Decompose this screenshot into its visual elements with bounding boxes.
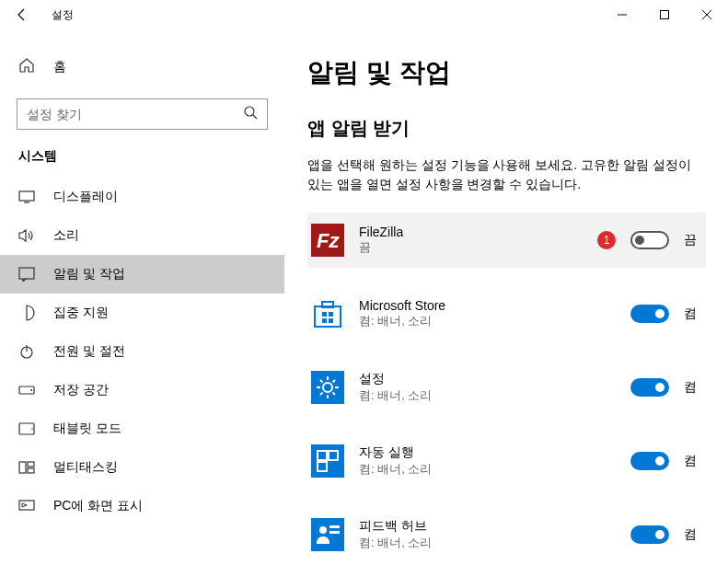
multitask-icon	[18, 459, 35, 476]
notification-icon	[18, 266, 35, 282]
app-name: 자동 실행	[359, 444, 616, 461]
nav-label: 집중 지원	[53, 305, 109, 321]
app-row-filezilla[interactable]: Fz FileZilla 끔 1 끔	[307, 213, 706, 268]
svg-point-12	[30, 389, 32, 391]
toggle-label: 끔	[684, 232, 702, 248]
svg-rect-27	[311, 371, 344, 404]
storage-icon	[18, 382, 35, 398]
titlebar: 설정	[0, 0, 728, 29]
display-icon	[18, 189, 35, 205]
svg-rect-15	[19, 462, 26, 473]
search-icon	[243, 105, 258, 123]
nav-label: 알림 및 작업	[53, 266, 125, 282]
svg-rect-1	[661, 11, 669, 19]
app-name: Microsoft Store	[359, 298, 616, 313]
sidebar-item-multitask[interactable]: 멀티태스킹	[0, 448, 284, 487]
search-box[interactable]	[17, 98, 268, 130]
maximize-button[interactable]	[643, 0, 686, 29]
svg-rect-22	[322, 302, 333, 307]
section-description: 앱을 선택해 원하는 설정 기능을 사용해 보세요. 고유한 알림 설정이 있는…	[307, 156, 706, 194]
toggle-settings[interactable]	[630, 378, 669, 397]
back-button[interactable]	[7, 0, 37, 29]
svg-rect-24	[329, 312, 333, 317]
app-icon-msstore	[311, 297, 344, 330]
sidebar-item-tablet[interactable]: 태블릿 모드	[0, 409, 284, 448]
svg-point-42	[319, 526, 327, 534]
app-sub: 켬: 배너, 소리	[359, 535, 616, 551]
sidebar-item-power[interactable]: 전원 및 절전	[0, 332, 284, 371]
home-icon	[18, 57, 35, 76]
app-row-feedback[interactable]: 피드백 허브 켬: 배너, 소리 켬	[307, 507, 706, 562]
window-controls	[601, 0, 728, 29]
app-name: 설정	[359, 371, 616, 387]
category-label: 시스템	[0, 148, 284, 178]
sidebar-item-project[interactable]: PC에 화면 표시	[0, 487, 284, 525]
nav-label: 멀티태스킹	[53, 459, 118, 476]
nav-label: 소리	[53, 227, 79, 244]
app-row-msstore[interactable]: Microsoft Store 켬: 배너, 소리 켬	[307, 286, 706, 341]
app-icon-filezilla: Fz	[311, 224, 344, 257]
toggle-label: 켬	[684, 306, 702, 322]
toggle-label: 켬	[684, 379, 702, 396]
app-name: FileZilla	[359, 225, 583, 239]
sidebar-item-sound[interactable]: 소리	[0, 216, 284, 255]
window-title: 설정	[52, 7, 74, 23]
app-icon-feedback	[311, 518, 344, 551]
search-input[interactable]	[27, 107, 243, 121]
sidebar-item-display[interactable]: 디스플레이	[0, 178, 284, 216]
svg-point-4	[245, 107, 254, 116]
tablet-icon	[18, 421, 35, 437]
svg-rect-17	[28, 468, 34, 473]
app-sub: 켬: 배너, 소리	[359, 313, 616, 329]
home-label: 홈	[53, 59, 66, 75]
svg-rect-8	[19, 268, 34, 279]
nav-label: PC에 화면 표시	[53, 498, 143, 514]
app-icon-settings	[311, 371, 344, 404]
section-title: 앱 알림 받기	[307, 116, 706, 141]
sidebar-item-notifications[interactable]: 알림 및 작업	[0, 255, 284, 294]
focus-icon	[18, 305, 35, 321]
toggle-label: 켬	[684, 526, 702, 543]
app-row-autoplay[interactable]: 자동 실행 켬: 배너, 소리 켬	[307, 433, 706, 489]
svg-line-5	[253, 115, 257, 119]
app-row-settings[interactable]: 설정 켬: 배너, 소리 켬	[307, 360, 706, 415]
toggle-feedback[interactable]	[630, 525, 669, 544]
sidebar: 홈 시스템 디스플레이 소리 알림 및 작업	[0, 29, 285, 565]
toggle-autoplay[interactable]	[630, 452, 669, 470]
nav-label: 저장 공간	[53, 382, 109, 398]
svg-rect-26	[329, 318, 333, 323]
toggle-label: 켬	[684, 453, 702, 469]
svg-rect-41	[311, 518, 344, 551]
svg-point-14	[31, 428, 33, 430]
sound-icon	[18, 227, 35, 244]
svg-rect-23	[322, 312, 327, 317]
nav-label: 디스플레이	[53, 189, 118, 205]
svg-rect-16	[28, 462, 34, 467]
home-nav[interactable]: 홈	[0, 48, 284, 86]
app-sub: 켬: 배너, 소리	[359, 387, 616, 404]
project-icon	[18, 498, 35, 514]
app-list: Fz FileZilla 끔 1 끔 Microsoft Store 켬: 배너…	[307, 213, 706, 562]
app-sub: 끔	[359, 239, 583, 256]
svg-rect-6	[19, 191, 34, 201]
close-button[interactable]	[686, 0, 728, 29]
nav-label: 전원 및 절전	[53, 343, 125, 360]
annotation-badge: 1	[597, 231, 616, 249]
svg-text:Fz: Fz	[317, 229, 340, 252]
app-sub: 켬: 배너, 소리	[359, 461, 616, 478]
power-icon	[18, 343, 35, 360]
svg-rect-21	[315, 306, 341, 327]
toggle-filezilla[interactable]	[630, 231, 669, 249]
main-content: 알림 및 작업 앱 알림 받기 앱을 선택해 원하는 설정 기능을 사용해 보세…	[285, 29, 728, 565]
page-title: 알림 및 작업	[307, 55, 706, 90]
app-icon-autoplay	[311, 444, 344, 478]
minimize-button[interactable]	[601, 0, 643, 29]
app-name: 피드백 허브	[359, 518, 616, 535]
svg-rect-44	[329, 531, 340, 534]
svg-rect-25	[322, 318, 327, 323]
svg-rect-43	[329, 525, 340, 528]
sidebar-item-storage[interactable]: 저장 공간	[0, 371, 284, 409]
nav-label: 태블릿 모드	[53, 421, 121, 437]
sidebar-item-focus[interactable]: 집중 지원	[0, 294, 284, 332]
toggle-msstore[interactable]	[630, 305, 669, 323]
